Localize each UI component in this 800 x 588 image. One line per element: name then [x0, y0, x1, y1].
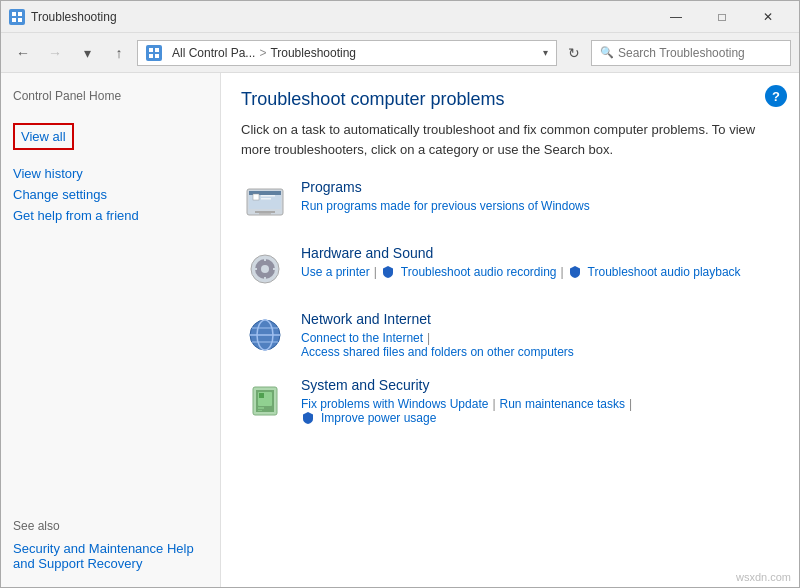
- programs-title[interactable]: Programs: [301, 179, 779, 195]
- back-button[interactable]: ←: [9, 39, 37, 67]
- svg-rect-6: [149, 54, 153, 58]
- network-title[interactable]: Network and Internet: [301, 311, 779, 327]
- sidebar-change-settings[interactable]: Change settings: [13, 187, 208, 202]
- category-programs: Programs Run programs made for previous …: [241, 179, 779, 227]
- address-bar: ← → ▾ ↑ All Control Pa... > Troubleshoot…: [1, 33, 799, 73]
- svg-rect-32: [265, 393, 271, 395]
- svg-rect-22: [273, 268, 278, 270]
- maximize-button[interactable]: □: [699, 1, 745, 33]
- main-window: Troubleshooting — □ ✕ ← → ▾ ↑ All Contro…: [0, 0, 800, 588]
- search-input[interactable]: [618, 46, 782, 60]
- network-icon: [241, 311, 289, 359]
- sidebar-get-help[interactable]: Get help from a friend: [13, 208, 208, 223]
- system-link-power[interactable]: Improve power usage: [321, 411, 436, 425]
- hardware-info: Hardware and Sound Use a printer | Troub…: [301, 245, 779, 279]
- shield-power: [301, 411, 317, 425]
- system-link-maintenance[interactable]: Run maintenance tasks: [500, 397, 625, 411]
- svg-rect-34: [258, 407, 264, 409]
- hardware-link-audio-play[interactable]: Troubleshoot audio playback: [588, 265, 741, 279]
- category-hardware: Hardware and Sound Use a printer | Troub…: [241, 245, 779, 293]
- address-dropdown-icon[interactable]: ▾: [543, 47, 548, 58]
- programs-links: Run programs made for previous versions …: [301, 199, 779, 213]
- programs-info: Programs Run programs made for previous …: [301, 179, 779, 213]
- category-network: Network and Internet Connect to the Inte…: [241, 311, 779, 359]
- network-link-connect[interactable]: Connect to the Internet: [301, 331, 423, 345]
- content-area: ? Troubleshoot computer problems Click o…: [221, 73, 799, 587]
- close-button[interactable]: ✕: [745, 1, 791, 33]
- svg-rect-35: [258, 410, 262, 411]
- sidebar-home-label: Control Panel Home: [13, 89, 208, 103]
- hardware-icon: [241, 245, 289, 293]
- watermark: wsxdn.com: [736, 571, 791, 583]
- recent-pages-button[interactable]: ▾: [73, 39, 101, 67]
- sidebar-view-history[interactable]: View history: [13, 166, 208, 181]
- system-links-2: Improve power usage: [301, 411, 779, 425]
- svg-rect-12: [259, 213, 271, 215]
- path-icon: [146, 45, 162, 61]
- category-system: System and Security Fix problems with Wi…: [241, 377, 779, 425]
- svg-rect-1: [18, 12, 22, 16]
- window-controls: — □ ✕: [653, 1, 791, 33]
- refresh-button[interactable]: ↻: [561, 40, 587, 66]
- shield-audio-rec: [381, 265, 397, 279]
- svg-rect-7: [155, 54, 159, 58]
- page-description: Click on a task to automatically trouble…: [241, 120, 779, 159]
- breadcrumb-current: Troubleshooting: [270, 46, 356, 60]
- minimize-button[interactable]: —: [653, 1, 699, 33]
- title-bar: Troubleshooting — □ ✕: [1, 1, 799, 33]
- svg-rect-15: [261, 198, 271, 200]
- svg-rect-11: [255, 211, 275, 213]
- svg-rect-19: [264, 256, 266, 261]
- search-icon: 🔍: [600, 46, 614, 59]
- network-links-2: Access shared files and folders on other…: [301, 345, 779, 359]
- sidebar: Control Panel Home View all View history…: [1, 73, 221, 587]
- svg-rect-13: [253, 194, 259, 200]
- network-links: Connect to the Internet |: [301, 331, 779, 345]
- forward-button[interactable]: →: [41, 39, 69, 67]
- breadcrumb-home[interactable]: All Control Pa...: [172, 46, 255, 60]
- programs-link-1[interactable]: Run programs made for previous versions …: [301, 199, 590, 213]
- hardware-link-audio-rec[interactable]: Troubleshoot audio recording: [401, 265, 557, 279]
- svg-rect-14: [261, 195, 275, 197]
- hardware-title[interactable]: Hardware and Sound: [301, 245, 779, 261]
- shield-audio-play: [568, 265, 584, 279]
- see-also-label: See also: [13, 519, 208, 533]
- breadcrumb-separator: >: [259, 46, 266, 60]
- svg-rect-21: [252, 268, 257, 270]
- svg-rect-3: [18, 18, 22, 22]
- window-title: Troubleshooting: [31, 10, 653, 24]
- search-box: 🔍: [591, 40, 791, 66]
- svg-rect-0: [12, 12, 16, 16]
- system-link-windows-update[interactable]: Fix problems with Windows Update: [301, 397, 488, 411]
- svg-rect-31: [259, 393, 264, 398]
- network-link-shared[interactable]: Access shared files and folders on other…: [301, 345, 574, 359]
- svg-rect-20: [264, 277, 266, 282]
- help-button[interactable]: ?: [765, 85, 787, 107]
- svg-rect-5: [155, 48, 159, 52]
- svg-rect-4: [149, 48, 153, 52]
- sidebar-view-all[interactable]: View all: [13, 123, 74, 150]
- main-layout: Control Panel Home View all View history…: [1, 73, 799, 587]
- system-icon: [241, 377, 289, 425]
- sidebar-see-also: See also Security and Maintenance Help a…: [13, 503, 208, 571]
- system-title[interactable]: System and Security: [301, 377, 779, 393]
- svg-point-18: [261, 265, 269, 273]
- hardware-links: Use a printer | Troubleshoot audio recor…: [301, 265, 779, 279]
- svg-rect-2: [12, 18, 16, 22]
- hardware-link-printer[interactable]: Use a printer: [301, 265, 370, 279]
- programs-icon: [241, 179, 289, 227]
- system-info: System and Security Fix problems with Wi…: [301, 377, 779, 425]
- system-links: Fix problems with Windows Update | Run m…: [301, 397, 779, 411]
- svg-rect-33: [265, 396, 269, 398]
- sidebar-security[interactable]: Security and Maintenance: [13, 541, 163, 556]
- network-info: Network and Internet Connect to the Inte…: [301, 311, 779, 359]
- page-title: Troubleshoot computer problems: [241, 89, 779, 110]
- up-button[interactable]: ↑: [105, 39, 133, 67]
- address-path[interactable]: All Control Pa... > Troubleshooting ▾: [137, 40, 557, 66]
- app-icon: [9, 9, 25, 25]
- sidebar-recovery[interactable]: Recovery: [87, 556, 142, 571]
